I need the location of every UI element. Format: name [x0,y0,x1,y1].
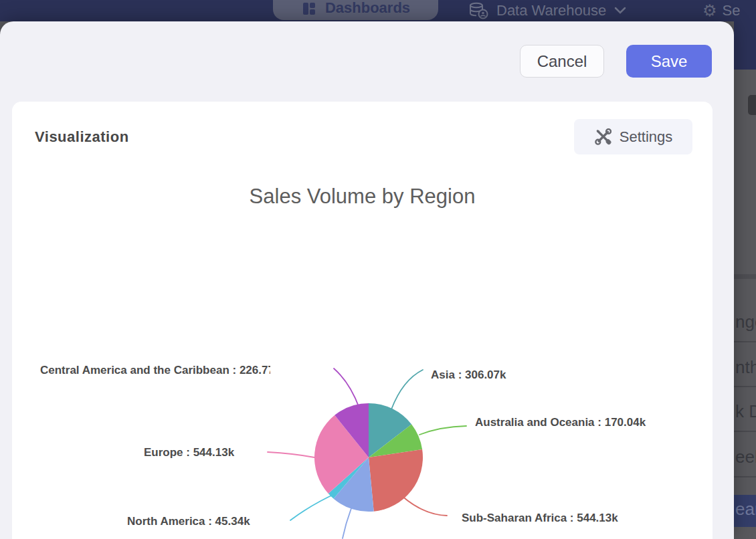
pie-leader-line [419,426,466,435]
pie-chart [12,102,713,539]
nav-item-settings[interactable]: ⚙ Se [702,0,756,21]
pie-leader-line [391,370,423,409]
nav-settings-label: Se [723,2,741,19]
pie-label-text: Central America and the Caribbean : 226.… [40,364,268,376]
background-header-strip [734,21,756,70]
pie-leader-line [268,452,314,457]
list-item-fragment[interactable]: nth [735,357,756,378]
cancel-button[interactable]: Cancel [520,45,604,78]
nav-item-data-warehouse[interactable]: Data Warehouse [468,0,626,21]
nav-data-warehouse-label: Data Warehouse [496,2,606,19]
pie-slice-sub-saharan-africa[interactable] [369,449,423,512]
save-button[interactable]: Save [626,45,712,78]
pie-label-australia-oceania: Australia and Oceania : 170.04k [475,415,646,431]
pie-label-sub-saharan-africa: Sub-Saharan Africa : 544.13k [462,510,618,526]
visualization-modal: Cancel Save Visualization Settings Sales… [0,21,734,539]
pie-leader-line [334,368,359,408]
nav-item-dashboards[interactable]: Dashboards [273,0,438,20]
pie-label-europe: Europe : 544.13k [144,445,234,461]
list-item-fragment-selected[interactable]: ear [735,499,756,520]
nav-dashboards-label: Dashboards [325,0,410,17]
top-navbar: Dashboards Data Warehouse ⚙ Se [0,0,756,21]
list-divider [734,341,756,342]
list-item-fragment[interactable]: nge [735,312,756,332]
pie-label-north-america: North America : 45.34k [127,514,250,530]
background-panel: nge nth k D eek ear [734,21,756,539]
pie-leader-line [401,496,447,516]
pie-label-asia: Asia : 306.07k [431,367,506,383]
list-divider [734,386,756,387]
list-divider [734,431,756,432]
data-warehouse-icon [468,2,488,19]
chevron-down-icon [614,7,626,15]
pie-leader-line [290,493,337,520]
list-item-fragment[interactable]: k D [735,401,756,422]
visualization-card: Visualization Settings Sales Volume by R… [12,102,713,539]
background-button-edge [748,95,756,115]
list-divider [734,476,756,477]
gear-icon: ⚙ [702,3,717,19]
pie-label-central-america: Central America and the Caribbean : 226.… [40,362,270,379]
dashboards-icon [301,1,317,17]
pie-label-clipped-char: 7 [268,362,270,379]
background-section-divider [734,274,756,279]
list-item-fragment[interactable]: eek [735,447,756,467]
